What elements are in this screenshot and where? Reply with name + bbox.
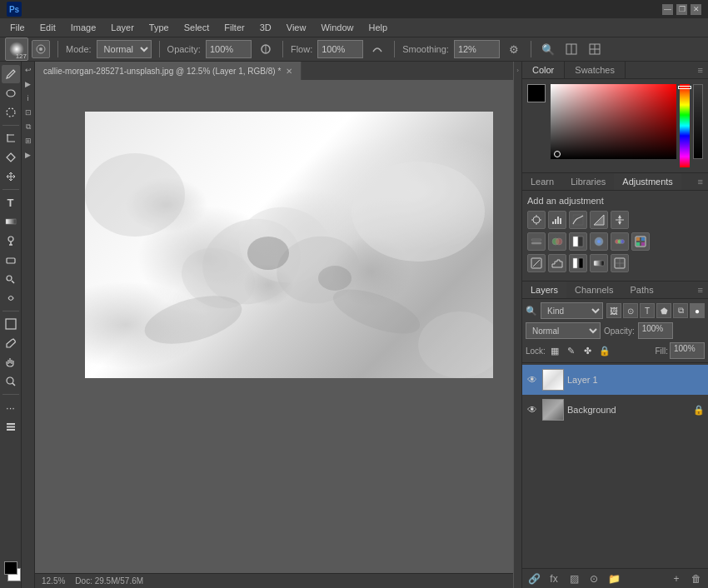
search-icon[interactable]: 🔍 (539, 40, 557, 58)
info-icon[interactable]: i (22, 92, 34, 104)
filter-toggle[interactable]: ● (690, 303, 705, 318)
color-swatch-box[interactable] (527, 84, 546, 167)
menu-3d[interactable]: 3D (253, 21, 278, 34)
layers-filter-select[interactable]: Kind (541, 302, 603, 319)
tab-libraries[interactable]: Libraries (562, 173, 614, 190)
threshold-adj-icon[interactable] (569, 254, 587, 272)
right-panel-collapse[interactable]: › (513, 62, 521, 588)
vibrance-adj-icon[interactable] (611, 211, 629, 229)
colorlookup-adj-icon[interactable] (631, 232, 650, 251)
fg-color-swatch[interactable] (4, 561, 17, 575)
layer-visibility-toggle[interactable]: 👁 (526, 404, 539, 416)
opacity-value[interactable]: 100% (206, 40, 252, 58)
close-button[interactable]: ✕ (691, 4, 701, 15)
gradientmap-adj-icon[interactable] (590, 254, 608, 272)
eraser-tool[interactable] (2, 251, 20, 269)
crop-tool[interactable] (2, 129, 20, 147)
layer-item[interactable]: 👁 Layer 1 (522, 365, 708, 395)
filter-smart-icon[interactable]: ⧉ (673, 303, 688, 318)
extra-icon[interactable] (586, 40, 604, 58)
menu-select[interactable]: Select (177, 21, 217, 34)
invert-adj-icon[interactable] (527, 254, 546, 272)
tab-layers[interactable]: Layers (522, 282, 566, 298)
channelmix-adj-icon[interactable] (611, 232, 629, 251)
menu-image[interactable]: Image (64, 21, 103, 34)
menu-file[interactable]: File (3, 21, 32, 34)
opacity-airbrush-icon[interactable] (257, 40, 275, 58)
main-canvas[interactable] (85, 112, 493, 378)
layer-delete-btn[interactable]: 🗑 (688, 571, 705, 586)
tool-preset[interactable] (2, 417, 20, 436)
menu-filter[interactable]: Filter (217, 21, 251, 34)
selectivecolor-adj-icon[interactable] (611, 254, 629, 272)
lock-all-btn[interactable]: 🔒 (597, 343, 612, 358)
exposure-adj-icon[interactable] (590, 211, 608, 229)
rect-shape-tool[interactable] (2, 315, 20, 333)
tab-paths[interactable]: Paths (622, 282, 662, 298)
bw-adj-icon[interactable] (569, 232, 587, 251)
lock-draw-btn[interactable]: ✎ (564, 343, 579, 358)
blend-mode-select[interactable]: Normal (526, 322, 601, 339)
color-gradient[interactable] (551, 84, 676, 159)
layer-group-btn[interactable]: 📁 (606, 571, 622, 586)
pen-tool[interactable] (2, 148, 20, 167)
zoom-tool[interactable] (2, 372, 20, 391)
flow-icon[interactable] (368, 40, 386, 58)
layer-adj-btn[interactable]: ⊙ (586, 571, 602, 586)
actions-icon[interactable]: ▶ (22, 78, 34, 90)
eyedropper-tool[interactable] (2, 334, 20, 352)
gradient-tool[interactable] (2, 212, 20, 231)
fill-value[interactable]: 100% (670, 342, 705, 359)
filter-shape-icon[interactable]: ⬟ (656, 303, 671, 318)
spot-heal-tool[interactable] (2, 289, 20, 307)
curves-adj-icon[interactable] (569, 211, 587, 229)
move-tool[interactable] (2, 167, 20, 186)
foreground-color[interactable] (527, 84, 546, 102)
color-hue-strip[interactable] (680, 84, 690, 167)
mode-select[interactable]: Normal (97, 40, 152, 58)
layout-icon[interactable] (562, 40, 581, 58)
play-icon[interactable]: ▶ (22, 149, 34, 161)
more-tools[interactable]: ··· (2, 398, 20, 416)
canvas-area[interactable]: callie-morgan-285271-unsplash.jpg @ 12.5… (35, 62, 513, 588)
filter-adjust-icon[interactable]: ⊙ (623, 303, 638, 318)
type-tool[interactable]: T (2, 193, 20, 212)
layer-new-btn[interactable]: + (668, 571, 685, 586)
props-icon[interactable]: ⧉ (22, 121, 34, 132)
photofilter-adj-icon[interactable] (590, 232, 608, 251)
layers-panel-menu[interactable]: ≡ (693, 282, 708, 298)
dodge-tool[interactable] (2, 232, 20, 250)
navigator-icon[interactable]: ⊡ (22, 107, 34, 118)
settings-icon[interactable]: ⚙ (505, 40, 523, 58)
canvas-tab-close[interactable]: ✕ (286, 67, 292, 76)
color-swatches[interactable] (1, 561, 21, 581)
hsl-adj-icon[interactable] (527, 232, 546, 251)
marquee-tool[interactable] (2, 103, 20, 122)
tab-learn[interactable]: Learn (522, 173, 562, 190)
clone-tool[interactable] (2, 270, 20, 288)
title-bar-controls[interactable]: — ❐ ✕ (662, 4, 701, 15)
tab-color[interactable]: Color (522, 62, 565, 78)
minimize-button[interactable]: — (662, 4, 673, 15)
tab-adjustments[interactable]: Adjustments (614, 173, 681, 190)
layer-fx-btn[interactable]: fx (546, 571, 562, 586)
history-icon[interactable]: ↩ (22, 64, 34, 76)
posterize-adj-icon[interactable] (548, 254, 566, 272)
menu-edit[interactable]: Edit (33, 21, 62, 34)
adj-panel-menu[interactable]: ≡ (693, 173, 708, 190)
layer-visibility-toggle[interactable]: 👁 (526, 374, 539, 386)
brush-preview[interactable]: 127 (5, 37, 28, 61)
color-opacity-strip[interactable] (693, 84, 703, 159)
layer-link-btn[interactable]: 🔗 (526, 571, 542, 586)
smoothing-value[interactable]: 12% (454, 40, 500, 58)
lock-pixels-btn[interactable]: ▦ (547, 343, 562, 358)
layer-mask-btn[interactable]: ▨ (566, 571, 582, 586)
brush-hardness-button[interactable] (32, 40, 50, 58)
tab-channels[interactable]: Channels (566, 282, 621, 298)
brightness-adj-icon[interactable] (527, 211, 546, 229)
lasso-tool[interactable] (2, 84, 20, 102)
menu-view[interactable]: View (280, 21, 313, 34)
color-panel-menu[interactable]: ≡ (693, 62, 708, 78)
filter-pixel-icon[interactable]: 🖼 (606, 303, 621, 318)
brush-tool[interactable] (2, 65, 20, 83)
